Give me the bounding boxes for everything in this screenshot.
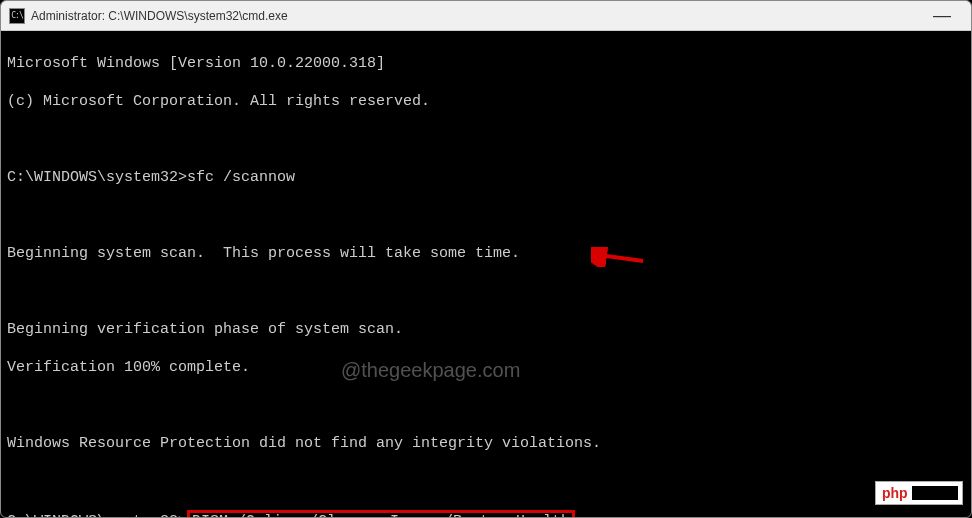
cmd-icon: C:\: [9, 8, 25, 24]
prompt: C:\WINDOWS\system32>: [7, 513, 187, 518]
prompt: C:\WINDOWS\system32>: [7, 169, 187, 186]
copyright-line: (c) Microsoft Corporation. All rights re…: [7, 92, 965, 111]
scan-begin-line: Beginning system scan. This process will…: [7, 244, 965, 263]
os-version-line: Microsoft Windows [Version 10.0.22000.31…: [7, 54, 965, 73]
badge-text: php: [876, 485, 908, 501]
source-badge: php: [875, 481, 963, 505]
minimize-button[interactable]: —: [921, 5, 963, 26]
verification-complete-line: Verification 100% complete.: [7, 358, 965, 377]
sfc-result-line: Windows Resource Protection did not find…: [7, 434, 965, 453]
badge-block: [912, 486, 958, 500]
window-title: Administrator: C:\WINDOWS\system32\cmd.e…: [31, 9, 288, 23]
command-dism-highlighted: DISM /Online /Cleanup-Image /RestoreHeal…: [187, 510, 575, 518]
terminal-output[interactable]: Microsoft Windows [Version 10.0.22000.31…: [1, 31, 971, 518]
window-titlebar[interactable]: C:\ Administrator: C:\WINDOWS\system32\c…: [1, 1, 971, 31]
verification-phase-line: Beginning verification phase of system s…: [7, 320, 965, 339]
command-sfc: sfc /scannow: [187, 169, 295, 186]
